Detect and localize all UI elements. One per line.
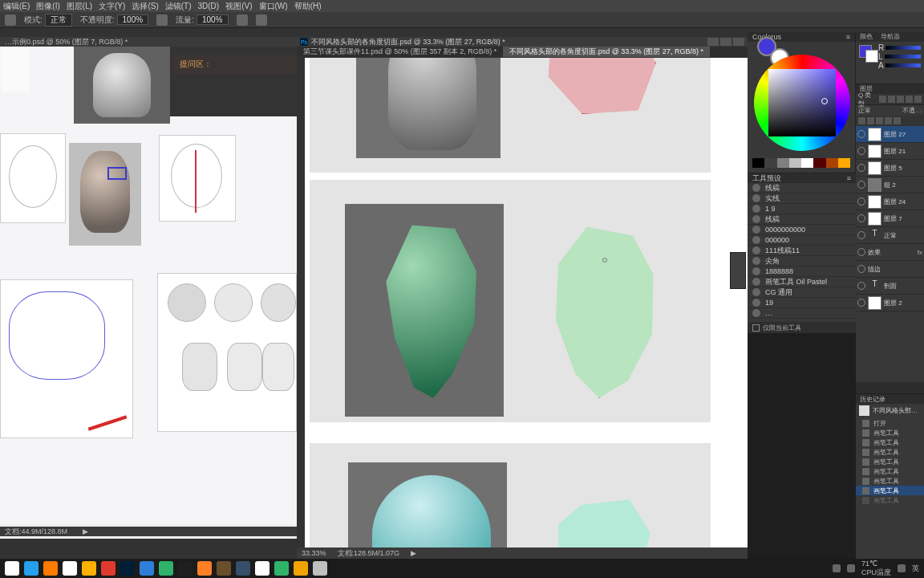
layer-row[interactable]: 图层 7 <box>856 210 924 227</box>
taskbar-app-icon[interactable] <box>236 561 250 576</box>
panel-menu-icon[interactable]: ≡ <box>846 33 850 41</box>
taskbar-app-icon[interactable] <box>313 561 327 576</box>
layer-row[interactable]: 图层 24 <box>856 193 924 210</box>
bg-swatch[interactable] <box>865 50 878 63</box>
tab-navigator[interactable]: 导航器 <box>877 32 904 42</box>
taskbar-app-icon[interactable] <box>159 561 173 576</box>
rgb-sliders[interactable]: R L A <box>878 43 921 70</box>
menu-item[interactable]: 选择(S) <box>132 1 158 12</box>
layer-row[interactable]: T正常 <box>856 227 924 244</box>
tool-preset-row[interactable]: 111线稿11 <box>748 246 856 256</box>
doc-tab[interactable]: 第三节课头部课件11.psd @ 50% (图层 357 副本 2, RGB/8… <box>297 47 503 57</box>
panel-menu-icon[interactable]: ≡ <box>847 174 851 182</box>
menu-item[interactable]: 视图(V) <box>225 1 252 12</box>
taskbar-app-icon[interactable] <box>178 561 192 576</box>
menu-item[interactable]: 文字(Y) <box>99 1 125 12</box>
tool-preset-row[interactable]: 0000000000 <box>748 225 856 235</box>
taskbar-app-icon[interactable] <box>5 561 19 576</box>
visibility-eye-icon[interactable] <box>857 299 865 307</box>
history-step[interactable]: 画笔工具 <box>856 476 924 486</box>
visibility-eye-icon[interactable] <box>857 214 865 222</box>
history-step[interactable]: 画笔工具 <box>856 428 924 438</box>
close-button[interactable] <box>733 38 744 46</box>
menu-item[interactable]: 图像(I) <box>36 1 59 12</box>
tool-preset-row[interactable]: … <box>748 308 856 319</box>
tool-preset-row[interactable]: 线稿 <box>748 183 856 193</box>
tray-icon[interactable] <box>898 564 906 572</box>
layer-row[interactable]: 效果fx <box>856 244 924 261</box>
taskbar-app-icon[interactable] <box>140 561 154 576</box>
taskbar-app-icon[interactable] <box>197 561 212 576</box>
visibility-eye-icon[interactable] <box>857 197 865 206</box>
tool-preset-row[interactable]: 000000 <box>748 235 856 246</box>
layer-row[interactable]: 描边 <box>856 261 924 278</box>
collapsed-panel-dock[interactable] <box>730 252 746 289</box>
layer-list[interactable]: 图层 27图层 21图层 5组 2图层 24图层 7T正常效果fx描边T剖面图层… <box>856 126 924 382</box>
history-step[interactable]: 画笔工具 <box>856 447 924 457</box>
status-arrow-icon[interactable]: ▶ <box>83 527 88 535</box>
menu-item[interactable]: 图层(L) <box>67 1 92 12</box>
swatch-strip[interactable] <box>752 158 850 168</box>
tray-icon[interactable] <box>847 564 855 572</box>
menu-item[interactable]: 帮助(H) <box>294 1 322 12</box>
tool-preset-row[interactable]: 19 <box>748 298 856 308</box>
layer-filter-row[interactable]: Q 类型 <box>856 94 924 105</box>
layer-row[interactable]: 图层 27 <box>856 126 924 143</box>
tool-preset-row[interactable]: 尖角 <box>748 256 856 267</box>
tool-preset-row[interactable]: 线稿 <box>748 214 856 225</box>
layer-row[interactable]: 图层 5 <box>856 160 924 177</box>
history-step[interactable]: 画笔工具 <box>856 466 924 476</box>
layer-row[interactable]: 组 2 <box>856 177 924 193</box>
history-doc-row[interactable]: 不同风格头部… <box>856 404 924 417</box>
pressure-size-icon[interactable] <box>256 14 267 26</box>
taskbar-app-icon[interactable] <box>274 561 289 576</box>
status-arrow-icon[interactable]: ▶ <box>411 549 416 557</box>
menu-item[interactable]: 编辑(E) <box>3 1 30 12</box>
menu-item[interactable]: 滤镜(T) <box>165 1 192 12</box>
status-zoom[interactable]: 33.33% <box>302 549 326 557</box>
brush-preset-icon[interactable] <box>5 14 16 26</box>
doc-tab[interactable]: …示例0.psd @ 50% (图层 7, RGB/8) * <box>0 37 132 47</box>
taskbar-app-icon[interactable] <box>101 561 116 576</box>
doc-tab-active[interactable]: 不同风格头部的各角度切面.psd @ 33.3% (图层 27, RGB/8) … <box>503 47 710 57</box>
history-step[interactable]: 打开 <box>856 418 924 428</box>
tool-preset-row[interactable]: CG 通用 <box>748 287 856 298</box>
visibility-eye-icon[interactable] <box>857 248 865 256</box>
taskbar-app-icon[interactable] <box>294 561 308 576</box>
visibility-eye-icon[interactable] <box>857 147 865 155</box>
tool-preset-row[interactable]: 实线 <box>748 193 856 204</box>
taskbar-app-icon[interactable] <box>82 561 96 576</box>
layer-row[interactable]: 图层 21 <box>856 143 924 160</box>
taskbar-app-icon[interactable] <box>255 561 270 576</box>
color-square[interactable] <box>768 69 836 136</box>
visibility-eye-icon[interactable] <box>857 164 865 172</box>
tab-color[interactable]: 颜色 <box>856 32 877 42</box>
fx-badge[interactable]: fx <box>918 249 922 256</box>
history-step[interactable]: 画笔工具 <box>856 486 924 495</box>
blend-mode-dropdown[interactable]: 正常 <box>858 106 871 115</box>
taskbar-app-icon[interactable] <box>120 561 135 576</box>
visibility-eye-icon[interactable] <box>857 282 865 290</box>
history-step[interactable]: 画笔工具 <box>856 495 924 505</box>
ime-indicator[interactable]: 英 <box>912 564 919 574</box>
tool-preset-list[interactable]: 线稿实线1 9线稿0000000000000000111线稿11尖角188888… <box>748 183 856 319</box>
taskbar-app-icon[interactable] <box>217 561 231 576</box>
layer-footer[interactable] <box>856 382 924 393</box>
taskbar-app-icon[interactable] <box>43 561 58 576</box>
tool-preset-row[interactable]: 1 9 <box>748 204 856 214</box>
main-canvas[interactable] <box>305 58 748 551</box>
visibility-eye-icon[interactable] <box>857 130 865 138</box>
secondary-canvas[interactable]: 提问区： <box>0 47 297 524</box>
visibility-eye-icon[interactable] <box>857 181 865 189</box>
visibility-eye-icon[interactable] <box>857 265 865 273</box>
maximize-button[interactable] <box>720 38 732 46</box>
layer-row[interactable]: T剖面 <box>856 278 924 295</box>
airbrush-icon[interactable] <box>237 14 248 26</box>
lock-row[interactable] <box>856 116 924 127</box>
taskbar-app-icon[interactable] <box>63 561 77 576</box>
mode-dropdown[interactable]: 正常 <box>45 14 72 26</box>
layer-row[interactable]: 图层 2 <box>856 295 924 311</box>
opacity-input[interactable]: 100% <box>117 14 149 25</box>
minimize-button[interactable] <box>707 38 719 46</box>
taskbar-app-icon[interactable] <box>24 561 38 576</box>
